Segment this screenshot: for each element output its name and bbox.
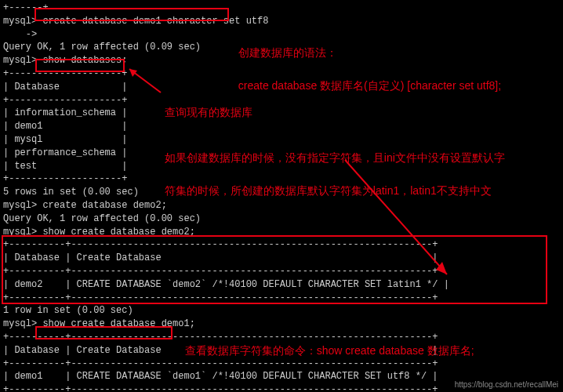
term-line: +----------+----------------------------… xyxy=(3,292,560,305)
term-line: | demo2 | CREATE DATABASE `demo2` /*!401… xyxy=(3,278,560,292)
anno-text: create database 数据库名(自定义) [character set… xyxy=(238,79,501,92)
anno-text: 查询现有的数据库 xyxy=(165,106,252,118)
term-line: mysql> show create database demo2; xyxy=(3,226,560,239)
term-line: | demo1 | xyxy=(3,120,560,133)
term-line: mysql> create database demo1 character s… xyxy=(3,15,560,28)
annotation-show-create: 查看数据库字符集的命令：show create database 数据库名; xyxy=(179,326,474,359)
term-line: +------+ xyxy=(3,2,560,15)
term-line: | Database | Create Database | xyxy=(3,252,560,265)
annotation-query-db: 查询现有的数据库 xyxy=(158,88,252,121)
annotation-create-syntax: 创建数据库的语法： create database 数据库名(自定义) [cha… xyxy=(232,28,501,94)
anno-text: 创建数据库的语法： xyxy=(238,46,337,59)
term-line: +----------+----------------------------… xyxy=(3,358,560,371)
anno-text: 查看数据库字符集的命令：show create database 数据库名; xyxy=(185,344,474,357)
term-line: +--------------------+ xyxy=(3,94,560,107)
term-line: 1 row in set (0.00 sec) xyxy=(3,304,560,318)
term-line: +----------+----------------------------… xyxy=(3,238,560,252)
term-line: Query OK, 1 row affected (0.00 sec) xyxy=(3,212,560,226)
term-line: +----------+----------------------------… xyxy=(3,265,560,278)
term-line: mysql> create database demo2; xyxy=(3,199,560,212)
annotation-charset-note: 如果创建数据库的时候，没有指定字符集，且ini文件中没有设置默认字 符集的时候，… xyxy=(158,133,505,199)
watermark-text: https://blog.csdn.net/recallMei xyxy=(455,379,558,390)
term-line: | information_schema | xyxy=(3,107,560,120)
anno-text: 如果创建数据库的时候，没有指定字符集，且ini文件中没有设置默认字 xyxy=(165,151,505,164)
anno-text: 符集的时候，所创建的数据库默认字符集为latin1，latin1不支持中文 xyxy=(165,184,492,197)
